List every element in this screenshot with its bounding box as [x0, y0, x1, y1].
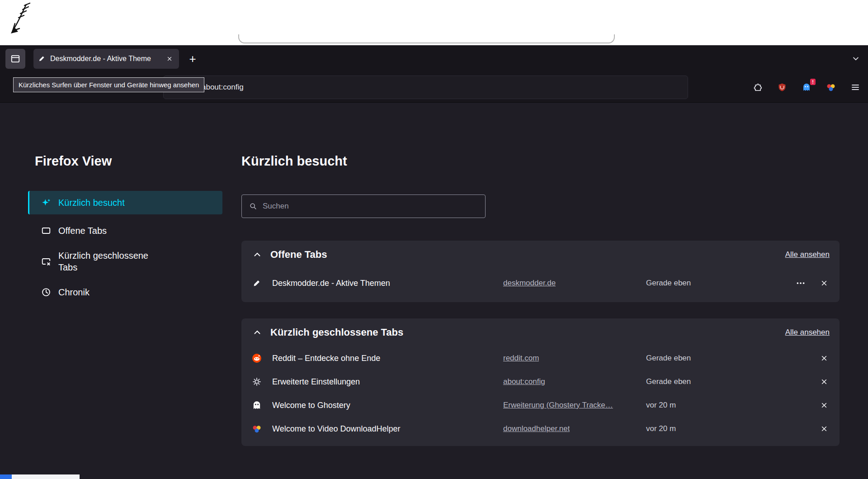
hand-drawn-arrow-sketch: [2, 2, 32, 44]
row-time: Gerade eben: [646, 377, 773, 386]
row-actions: [780, 278, 830, 289]
tooltip-text: Kürzliches Surfen über Fenster und Gerät…: [19, 81, 199, 89]
dismiss-button[interactable]: [819, 353, 830, 364]
plus-icon: +: [189, 53, 196, 65]
closed-tab-row[interactable]: Erweiterte Einstellungen about:config Ge…: [241, 370, 840, 394]
tab-row[interactable]: Deskmodder.de - Aktive Themen deskmodder…: [241, 269, 840, 298]
search-box: [241, 194, 486, 218]
app-menu-button[interactable]: [850, 82, 861, 93]
downloadhelper-button[interactable]: [826, 82, 836, 93]
firefox-view-button[interactable]: [5, 49, 25, 69]
more-options-button[interactable]: [795, 278, 806, 289]
closed-tab-row[interactable]: Reddit – Entdecke ohne Ende reddit.com G…: [241, 346, 840, 370]
tab-title: Deskmodder.de - Aktive Theme: [50, 55, 160, 63]
row-title: Erweiterte Einstellungen: [272, 377, 496, 387]
collapse-button[interactable]: [251, 327, 263, 338]
close-icon: [166, 56, 173, 62]
main-content: Kürzlich besucht: [241, 103, 840, 446]
row-actions: [780, 353, 830, 364]
sidebar-item-recently-closed[interactable]: Kürzlich geschlossene Tabs: [28, 247, 222, 276]
row-title: Reddit – Entdecke ohne Ende: [272, 354, 496, 363]
chevron-up-icon: [253, 328, 262, 337]
closed-tab-row[interactable]: Welcome to Ghostery Erweiterung (Ghoster…: [241, 394, 840, 417]
url-bar[interactable]: [163, 76, 688, 99]
sidebar-item-label: Kürzlich besucht: [58, 197, 125, 209]
meatball-menu-icon: [796, 278, 806, 288]
row-time: vor 20 m: [646, 401, 773, 410]
sidebar-item-history[interactable]: Chronik: [28, 280, 222, 304]
search-icon: [249, 202, 257, 210]
view-all-link[interactable]: Alle ansehen: [785, 328, 830, 337]
row-title: Deskmodder.de - Aktive Themen: [272, 279, 496, 288]
reddit-icon: [251, 353, 262, 364]
ghostery-icon: [251, 400, 262, 411]
sidebar-item-recent-browsing[interactable]: Kürzlich besucht: [28, 191, 222, 214]
new-tab-button[interactable]: +: [184, 51, 201, 67]
section-title: Kürzlich besucht: [241, 153, 840, 169]
chevron-down-icon: [852, 55, 860, 63]
puzzle-icon: [753, 82, 763, 92]
row-domain-link[interactable]: about:config: [503, 377, 545, 386]
row-title: Welcome to Video DownloadHelper: [272, 424, 496, 434]
sidebar: Firefox View Kürzlich besucht: [28, 103, 222, 304]
ublock-shield-icon: [777, 82, 787, 92]
tab-close-button[interactable]: [165, 54, 175, 64]
toolbar-icons: !: [752, 72, 861, 103]
sidebar-nav: Kürzlich besucht Offene Tabs: [28, 191, 222, 304]
firefox-view-page: Firefox View Kürzlich besucht: [0, 103, 868, 479]
screen: Deskmodder.de - Aktive Theme +: [0, 0, 868, 479]
browser-window: Deskmodder.de - Aktive Theme +: [0, 45, 868, 479]
close-icon: [821, 378, 828, 385]
dismiss-button[interactable]: [819, 423, 830, 434]
card-header: Kürzlich geschlossene Tabs Alle ansehen: [241, 318, 840, 346]
row-domain-link[interactable]: deskmodder.de: [503, 279, 556, 288]
search-input[interactable]: [263, 202, 478, 211]
view-all-link[interactable]: Alle ansehen: [785, 250, 830, 259]
close-icon: [821, 425, 828, 432]
close-icon: [821, 402, 828, 409]
closed-tab-icon: [41, 256, 51, 266]
row-domain-link[interactable]: downloadhelper.net: [503, 424, 570, 433]
dismiss-button[interactable]: [819, 376, 830, 387]
open-tabs-card: Offene Tabs Alle ansehen Deskmodder.de -…: [241, 241, 840, 302]
clock-icon: [41, 287, 51, 297]
row-actions: [780, 423, 830, 434]
tab-icon: [41, 226, 51, 236]
pencil-icon: [251, 278, 262, 289]
sidebar-item-label: Offene Tabs: [58, 225, 107, 237]
taskbar-peek-blue: [0, 474, 12, 479]
sidebar-item-label: Chronik: [58, 286, 90, 298]
downloadhelper-icon: [826, 82, 836, 92]
dismiss-button[interactable]: [819, 278, 830, 289]
popup-bottom-edge: [238, 34, 615, 43]
row-actions: [780, 400, 830, 411]
browser-tab[interactable]: Deskmodder.de - Aktive Theme: [33, 49, 179, 69]
tooltip: Kürzliches Surfen über Fenster und Gerät…: [13, 77, 204, 92]
card-title: Offene Tabs: [270, 249, 327, 261]
row-time: vor 20 m: [646, 424, 773, 433]
collapse-button[interactable]: [251, 249, 263, 261]
hamburger-menu-icon: [850, 82, 860, 92]
dismiss-button[interactable]: [819, 400, 830, 411]
pencil-favicon: [38, 55, 46, 62]
extensions-button[interactable]: [752, 82, 763, 93]
row-title: Welcome to Ghostery: [272, 401, 496, 410]
row-domain-link[interactable]: Erweiterung (Ghostery Tracke…: [503, 401, 613, 410]
card-title: Kürzlich geschlossene Tabs: [270, 327, 403, 338]
sidebar-item-open-tabs[interactable]: Offene Tabs: [28, 219, 222, 242]
row-time: Gerade eben: [646, 354, 773, 363]
chevron-up-icon: [253, 250, 262, 259]
downloadhelper-icon: [251, 423, 262, 434]
closed-tab-row[interactable]: Welcome to Video DownloadHelper download…: [241, 417, 840, 441]
close-icon: [821, 355, 828, 362]
sidebar-item-label: Kürzlich geschlossene Tabs: [58, 250, 163, 273]
sparkle-icon: [41, 198, 51, 208]
card-header: Offene Tabs Alle ansehen: [241, 241, 840, 269]
list-all-tabs-button[interactable]: [849, 52, 863, 66]
row-domain-link[interactable]: reddit.com: [503, 354, 539, 363]
recently-closed-card: Kürzlich geschlossene Tabs Alle ansehen: [241, 318, 840, 446]
page-title: Firefox View: [28, 153, 222, 169]
row-actions: [780, 376, 830, 387]
ghostery-button[interactable]: !: [801, 82, 812, 93]
ublock-origin-button[interactable]: [777, 82, 788, 93]
